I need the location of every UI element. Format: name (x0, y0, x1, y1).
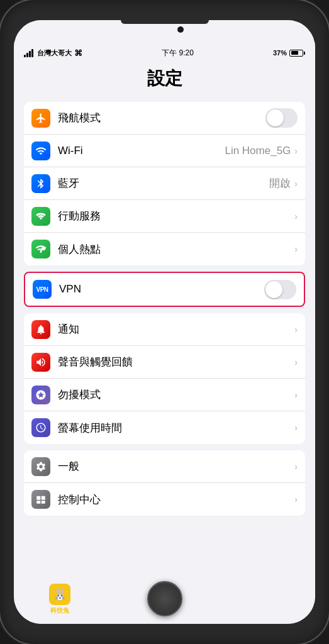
notifications-group: 通知 › 聲音與觸覺回饋 › (24, 313, 305, 444)
notifications-label: 通知 (58, 322, 294, 336)
network-group: 飛航模式 Wi-Fi Lin Home_5G › (24, 102, 305, 265)
cellular-row[interactable]: 行動服務 › (24, 200, 305, 233)
control-row[interactable]: 控制中心 › (24, 483, 305, 516)
page-title: 設定 (24, 67, 305, 91)
battery-body (289, 50, 303, 57)
bluetooth-value: 開啟 (269, 176, 291, 191)
battery-percent: 37% (273, 49, 287, 57)
notifications-icon (31, 320, 50, 339)
watermark-icon: 🐰 (49, 584, 70, 605)
signal-bar-3 (29, 51, 31, 57)
sounds-icon (31, 353, 50, 372)
focus-label: 勿擾模式 (58, 387, 294, 402)
status-left: 台灣大哥大 ⌘ (24, 48, 82, 58)
focus-row[interactable]: 勿擾模式 › (24, 379, 305, 411)
notifications-chevron: › (294, 325, 298, 335)
hotspot-icon (31, 240, 50, 258)
general-chevron: › (294, 462, 298, 472)
vpn-highlighted-container: VPN VPN (24, 272, 305, 307)
hotspot-label: 個人熱點 (58, 242, 294, 257)
signal-bar-4 (31, 49, 33, 57)
airplane-toggle[interactable] (265, 108, 298, 128)
battery-fill (291, 51, 298, 55)
airplane-label: 飛航模式 (58, 111, 265, 125)
screentime-label: 螢幕使用時間 (58, 421, 294, 435)
settings-content: 飛航模式 Wi-Fi Lin Home_5G › (14, 96, 315, 574)
wifi-label: Wi-Fi (58, 145, 225, 157)
phone-bottom: 🐰 科技兔 (14, 574, 315, 624)
vpn-toggle-knob (265, 281, 282, 298)
battery-tip (304, 52, 305, 55)
screentime-chevron: › (294, 423, 298, 433)
battery-indicator (289, 50, 305, 57)
hotspot-row[interactable]: 個人熱點 › (24, 233, 305, 265)
focus-chevron: › (294, 390, 298, 400)
wifi-chevron: › (294, 146, 298, 156)
cellular-chevron: › (294, 211, 298, 221)
front-camera (177, 26, 184, 33)
wifi-row[interactable]: Wi-Fi Lin Home_5G › (24, 135, 305, 167)
notifications-row[interactable]: 通知 › (24, 313, 305, 346)
watermark: 🐰 科技兔 (49, 584, 70, 615)
phone-frame: 台灣大哥大 ⌘ 下午 9:20 37% 設定 (0, 0, 329, 644)
airplane-row[interactable]: 飛航模式 (24, 102, 305, 135)
control-label: 控制中心 (58, 492, 294, 507)
screentime-icon (31, 418, 50, 437)
screentime-row[interactable]: 螢幕使用時間 › (24, 411, 305, 444)
bluetooth-row[interactable]: 藍牙 開啟 › (24, 167, 305, 200)
control-icon (31, 490, 50, 509)
wifi-icon (31, 142, 50, 160)
hotspot-chevron: › (294, 244, 298, 254)
vpn-row[interactable]: VPN VPN (25, 273, 304, 306)
airplane-icon (31, 109, 50, 128)
sounds-row[interactable]: 聲音與觸覺回饋 › (24, 346, 305, 379)
carrier-name: 台灣大哥大 (37, 48, 72, 58)
phone-top (14, 20, 315, 39)
status-bar: 台灣大哥大 ⌘ 下午 9:20 37% (14, 39, 315, 67)
sounds-label: 聲音與觸覺回饋 (58, 355, 294, 369)
page-title-bar: 設定 (14, 67, 315, 96)
phone-screen: 台灣大哥大 ⌘ 下午 9:20 37% 設定 (14, 20, 315, 624)
vpn-toggle[interactable] (264, 280, 296, 299)
cellular-icon (31, 207, 50, 226)
vpn-icon: VPN (33, 280, 52, 299)
status-right: 37% (273, 49, 305, 57)
signal-bar-2 (26, 53, 28, 57)
bluetooth-chevron: › (294, 179, 298, 189)
wifi-value: Lin Home_5G (225, 145, 291, 157)
control-chevron: › (294, 494, 298, 504)
focus-icon (31, 386, 50, 404)
sounds-chevron: › (294, 357, 298, 367)
general-row[interactable]: 一般 › (24, 450, 305, 483)
vpn-label: VPN (59, 283, 264, 296)
home-button[interactable] (147, 581, 182, 616)
airplane-toggle-knob (267, 109, 284, 126)
general-label: 一般 (58, 459, 294, 474)
cellular-label: 行動服務 (58, 209, 294, 223)
watermark-text: 科技兔 (50, 606, 69, 615)
signal-bars (24, 49, 33, 57)
general-icon (31, 457, 50, 476)
status-time: 下午 9:20 (82, 48, 273, 58)
bluetooth-icon (31, 174, 50, 193)
bluetooth-label: 藍牙 (58, 176, 269, 191)
signal-bar-1 (24, 55, 26, 57)
general-group: 一般 › 控制中心 › (24, 450, 305, 516)
wifi-icon: ⌘ (74, 48, 82, 58)
